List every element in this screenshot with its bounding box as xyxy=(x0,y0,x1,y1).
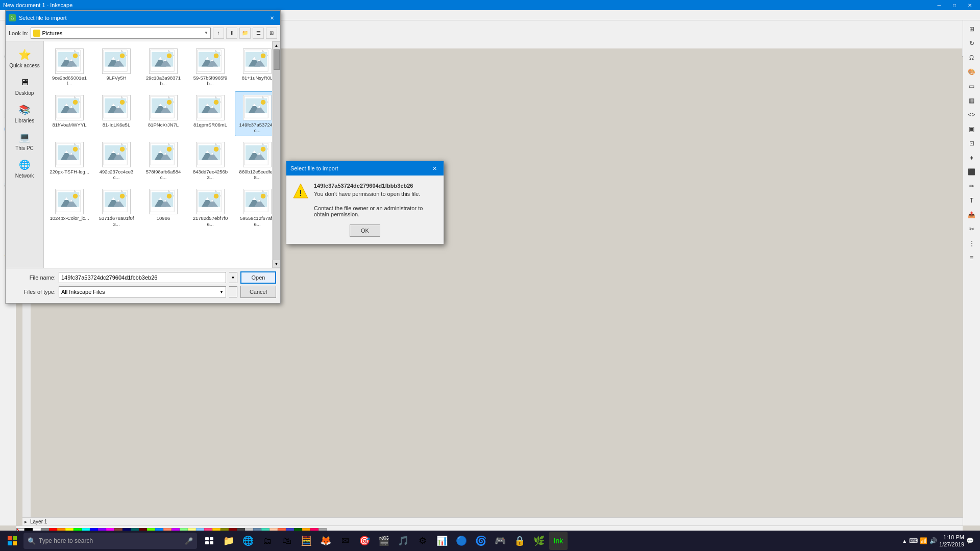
layer-bar: ▸ Layer 1 xyxy=(22,517,963,525)
file-item[interactable]: 578f98afb6a584c... xyxy=(141,138,186,183)
filetype-select[interactable]: All Inkscape Files ▼ xyxy=(59,286,226,297)
filename-input[interactable] xyxy=(59,272,226,283)
tray-clock[interactable]: 1:10 PM 1/27/2019 xyxy=(939,534,964,548)
filetype-caret-btn[interactable] xyxy=(229,286,237,297)
taskbar-app13[interactable]: 🌀 xyxy=(472,532,490,550)
scrollbar-track[interactable] xyxy=(273,49,280,260)
layer-name: Layer 1 xyxy=(30,519,47,524)
nav-network[interactable]: 🌐 Network xyxy=(7,156,42,181)
nav-this-pc[interactable]: 💻 This PC xyxy=(7,128,42,154)
tray-keyboard[interactable]: ⌨ xyxy=(909,537,918,544)
right-btn-last[interactable]: ≡ xyxy=(965,251,978,264)
taskbar-store[interactable]: 🛍 xyxy=(278,532,296,550)
file-dialog-close[interactable]: ✕ xyxy=(267,13,277,22)
dialog-scrollbar[interactable]: ▲ ▼ xyxy=(272,41,280,268)
error-body: ! 149fc37a53724dc279604d1fbbb3eb26 You d… xyxy=(286,176,444,244)
location-bar[interactable]: Pictures ▼ xyxy=(31,28,211,39)
nav-libraries[interactable]: 📚 Libraries xyxy=(7,101,42,126)
file-item[interactable]: 220px-TSFH-log... xyxy=(47,138,92,183)
file-icon xyxy=(242,94,272,122)
right-btn-more[interactable]: ⋮ xyxy=(965,237,978,250)
right-btn-symbols2[interactable]: ♦ xyxy=(965,151,978,164)
nav-back-btn[interactable]: ↑ xyxy=(213,28,224,39)
inkscape-title: New document 1 - Inkscape xyxy=(3,2,72,8)
file-item[interactable]: 9LFVy5H xyxy=(94,44,139,89)
right-btn-objects[interactable]: ⊡ xyxy=(965,137,978,150)
nav-desktop[interactable]: 🖥 Desktop xyxy=(7,73,42,98)
nav-up-btn[interactable]: ⬆ xyxy=(226,28,237,39)
file-item[interactable]: 9ce2bd65001e1f... xyxy=(47,44,92,89)
tray-expand[interactable]: ▲ xyxy=(902,538,907,544)
taskbar-app9[interactable]: 🎵 xyxy=(394,532,412,550)
file-item[interactable]: 10986 xyxy=(141,185,186,230)
view-icon-btn[interactable]: ⊞ xyxy=(266,28,277,39)
taskbar-app16[interactable]: 🌿 xyxy=(530,532,548,550)
start-button[interactable] xyxy=(2,532,22,550)
scrollbar-down[interactable]: ▼ xyxy=(273,260,281,268)
file-item[interactable]: 81PNcXrJN7L xyxy=(141,91,186,136)
taskbar-app8[interactable]: 🎬 xyxy=(375,532,393,550)
open-button[interactable]: Open xyxy=(240,271,276,284)
tray-wifi[interactable]: 📶 xyxy=(920,537,927,544)
error-close-btn[interactable]: ✕ xyxy=(429,164,439,173)
right-btn-layers[interactable]: ▣ xyxy=(965,122,978,136)
filename-caret[interactable]: ▼ xyxy=(229,272,237,283)
tray-volume[interactable]: 🔊 xyxy=(929,537,937,544)
close-btn[interactable]: ✕ xyxy=(963,1,977,10)
right-btn-xml[interactable]: <> xyxy=(965,108,978,121)
right-btn-clip[interactable]: ✂ xyxy=(965,222,978,236)
right-btn-export[interactable]: 📤 xyxy=(965,208,978,221)
cancel-button[interactable]: Cancel xyxy=(240,286,276,298)
file-item[interactable]: 1024px-Color_ic... xyxy=(47,185,92,230)
file-dialog-icon: 🗂 xyxy=(9,14,16,21)
taskbar-app11[interactable]: 📊 xyxy=(433,532,451,550)
file-item[interactable]: 81hVoaMWYYL xyxy=(47,91,92,136)
right-btn-swatch[interactable]: ⬛ xyxy=(965,165,978,179)
nav-quick-access[interactable]: ⭐ Quick access xyxy=(7,45,42,71)
file-item[interactable]: 492c237cc4ce3c... xyxy=(94,138,139,183)
minimize-btn[interactable]: ─ xyxy=(932,1,946,10)
taskbar-search-box[interactable]: 🔍 Type here to search 🎤 xyxy=(23,533,197,549)
maximize-btn[interactable]: □ xyxy=(947,1,962,10)
file-item[interactable]: 149fc37a53724dc... xyxy=(235,91,272,136)
taskbar-mail[interactable]: ✉ xyxy=(336,532,354,550)
taskbar-firefox[interactable]: 🦊 xyxy=(316,532,335,550)
file-item[interactable]: 59559c12f67afc6... xyxy=(235,185,272,230)
file-item[interactable]: 5371d678a01f0f3... xyxy=(94,185,139,230)
right-btn-input[interactable]: ✏ xyxy=(965,180,978,193)
taskbar-app14[interactable]: 🎮 xyxy=(491,532,509,550)
tray-action-center[interactable]: 💬 xyxy=(966,537,974,544)
right-btn-transform[interactable]: ↻ xyxy=(965,37,978,50)
file-icon xyxy=(242,141,272,169)
file-item[interactable]: 860b12e5cedfe38... xyxy=(235,138,272,183)
taskbar-files[interactable]: 🗂 xyxy=(258,532,277,550)
file-item[interactable]: 21782d57ebf7f06... xyxy=(188,185,233,230)
taskbar-calc[interactable]: 🧮 xyxy=(297,532,315,550)
right-btn-paintbuckets[interactable]: 🎨 xyxy=(965,65,978,79)
file-item[interactable]: 29c10a3a98371b... xyxy=(141,44,186,89)
file-item[interactable]: 81+1uNsyR0L xyxy=(235,44,272,89)
taskbar-app15[interactable]: 🔒 xyxy=(510,532,529,550)
taskbar-app10[interactable]: ⚙ xyxy=(413,532,432,550)
right-btn-gradient[interactable]: ▦ xyxy=(965,94,978,107)
right-btn-symbols[interactable]: Ω xyxy=(965,51,978,64)
right-btn-align[interactable]: ⊞ xyxy=(965,22,978,36)
nav-create-folder[interactable]: 📁 xyxy=(239,28,251,39)
taskbar-edge[interactable]: 🌐 xyxy=(239,532,257,550)
taskbar-app7[interactable]: 🎯 xyxy=(355,532,374,550)
file-item[interactable]: 59-57b5f0965f9b... xyxy=(188,44,233,89)
file-item[interactable]: 81qpmSR06mL xyxy=(188,91,233,136)
scrollbar-thumb[interactable] xyxy=(274,49,280,70)
svg-point-158 xyxy=(73,193,78,198)
file-item[interactable]: 81-IqLK6e5L xyxy=(94,91,139,136)
right-btn-text-tool[interactable]: T xyxy=(965,194,978,207)
taskbar-explorer[interactable]: 📁 xyxy=(219,532,238,550)
scrollbar-up[interactable]: ▲ xyxy=(273,41,281,49)
file-item[interactable]: 843dd7ec4256b3... xyxy=(188,138,233,183)
view-list-btn[interactable]: ☰ xyxy=(253,28,264,39)
right-btn-stroke[interactable]: ▭ xyxy=(965,80,978,93)
taskbar-inkscape[interactable]: Ink xyxy=(549,532,568,550)
ok-button[interactable]: OK xyxy=(350,224,380,237)
taskbar-app12[interactable]: 🔵 xyxy=(452,532,471,550)
task-view-btn[interactable] xyxy=(200,532,218,550)
